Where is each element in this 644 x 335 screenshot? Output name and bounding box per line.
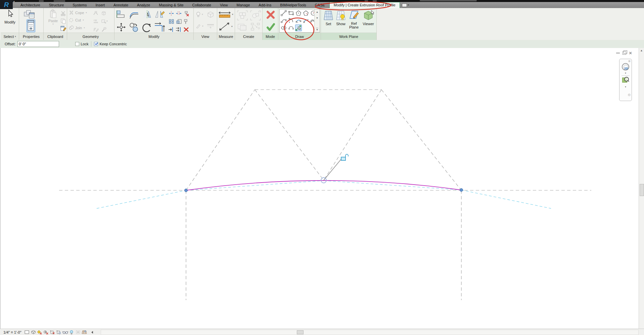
vertical-scrollbar[interactable]: ▲ [639,48,644,329]
mirror-pick-axis-button[interactable] [142,10,152,19]
match-type-properties-button[interactable] [60,26,67,33]
offset-input[interactable] [17,41,59,47]
lock-checkbox[interactable] [75,42,79,46]
horizontal-scrollbar[interactable] [101,330,639,335]
center-ends-arc-tool[interactable] [288,17,294,24]
trim-extend-corner-button[interactable] [154,22,165,33]
temporary-hide-isolate-button[interactable] [62,330,68,335]
scale-button-ribbon[interactable] [176,19,182,25]
measure-along-element-button[interactable]: ▾ [218,21,233,32]
create-similar-button[interactable] [250,10,261,21]
rectangle-tool[interactable] [288,10,294,16]
shadows-button[interactable] [43,330,49,335]
tab-analyze[interactable]: Analyze [133,3,154,7]
partial-ellipse-tool[interactable] [288,25,294,31]
view-minimize-button[interactable] [616,53,620,53]
gallery-scroll-up-icon[interactable]: ▲ [316,10,318,14]
split-with-gap-button[interactable] [176,11,182,17]
spline-control-point-right[interactable] [460,189,463,192]
offset-button[interactable] [129,10,140,19]
tab-systems[interactable]: Systems [68,3,91,7]
circumscribed-polygon-tool[interactable] [303,10,309,16]
measure-between-refs-button[interactable]: ▾ [218,10,233,18]
tab-massing-site[interactable]: Massing & Site [154,3,188,7]
sun-path-button[interactable] [37,330,43,335]
trim-extend-multiple-button[interactable] [175,27,182,33]
trim-extend-single-button[interactable] [168,27,174,33]
inscribed-polygon-tool[interactable] [295,10,302,16]
fillet-arc-tool[interactable] [303,17,309,24]
pick-lines-tool[interactable] [295,25,302,31]
tab-view[interactable]: View [216,3,232,7]
copy-button[interactable] [129,22,139,33]
tab-modify-create-extrusion-roof-profile[interactable]: Modify | Create Extrusion Roof Profile [329,2,400,8]
tab-structure[interactable]: Structure [45,3,68,7]
align-button[interactable] [116,10,126,19]
visual-style-button[interactable] [31,330,36,335]
tab-bimhelpertools[interactable]: BIMHelperTools [276,3,311,7]
view-close-button[interactable]: × [629,51,632,55]
show-work-plane-button[interactable]: Show [335,10,347,26]
scale-button[interactable]: 1/4" = 1'-0" [3,330,21,334]
tab-case[interactable]: CASE [311,3,329,7]
unpin-button[interactable] [183,11,189,17]
array-button[interactable] [169,19,174,25]
move-button[interactable] [116,22,126,33]
cut-to-clipboard-button[interactable] [60,11,66,17]
wall-joins-button[interactable] [93,11,98,16]
type-properties-button[interactable] [24,9,35,19]
view-lightbulb-button[interactable]: ▾ [196,11,203,17]
gallery-scroll-down-icon[interactable]: ▼ [316,16,318,20]
navbar-collapse-icon[interactable]: ⊖ [628,93,631,97]
temporary-view-properties-button[interactable] [75,330,81,335]
detail-level-button[interactable] [24,330,30,335]
properties-palette-button[interactable] [27,19,35,32]
join-geometry-button[interactable]: Join ▾ [69,26,85,30]
tab-annotate[interactable]: Annotate [109,3,133,7]
view-3d-button[interactable] [206,11,215,19]
cope-button[interactable]: Cope ▾ [69,10,87,15]
tab-collaborate[interactable]: Collaborate [188,3,216,7]
beam-column-joins-button[interactable] [101,11,106,16]
ref-plane-button[interactable]: Ref Plane [348,10,360,29]
finish-edit-mode-button[interactable] [266,23,275,32]
load-as-group-button[interactable] [237,22,248,32]
crop-view-button[interactable] [50,330,55,335]
paste-button[interactable]: Paste ▾ [46,9,60,26]
gallery-expand-icon[interactable]: ▼ [316,28,318,32]
set-work-plane-button[interactable]: Set [323,10,334,26]
pin-button[interactable] [183,19,188,25]
split-element-button[interactable] [169,11,174,17]
copy-to-clipboard-button[interactable] [60,18,66,25]
sketch-spline[interactable] [186,181,461,190]
mirror-draw-axis-button[interactable] [155,10,165,19]
application-menu-button[interactable]: R [0,0,13,9]
cancel-edit-mode-button[interactable] [266,10,275,20]
tab-add-ins[interactable]: Add-Ins [254,3,276,7]
reveal-hidden-elements-button[interactable] [69,330,75,335]
demolish-button[interactable] [101,27,106,33]
zoom-caret-icon[interactable]: ▾ [625,86,626,88]
view-restore-button[interactable] [623,51,626,55]
wall-sweep-button[interactable]: +W [93,19,99,24]
select-panel-label[interactable]: Select ▾ [1,33,19,40]
scroll-up-arrow-icon[interactable]: ▲ [639,48,644,53]
keep-concentric-checkbox[interactable] [94,42,98,46]
keep-concentric-option[interactable]: Keep Concentric [94,42,127,46]
rotate-button[interactable] [141,22,152,34]
modify-button[interactable]: Modify [3,9,17,24]
delete-button[interactable] [183,27,189,33]
line-tool[interactable] [280,10,287,16]
vertical-scroll-thumb[interactable] [640,184,644,196]
spline-control-point-left[interactable] [185,189,188,192]
tab-manage[interactable]: Manage [232,3,255,7]
ellipse-tool[interactable] [280,25,287,31]
tab-insert[interactable]: Insert [91,3,109,7]
cut-geometry-button[interactable]: Cut ▾ [69,18,84,22]
wheel-caret-icon[interactable]: ▾ [625,72,626,75]
view-brush-button[interactable]: ▾ [196,23,203,29]
horizontal-scroll-thumb[interactable] [297,330,304,334]
ribbon-state-toggle[interactable]: ▾ [402,3,409,7]
start-end-radius-arc-tool[interactable] [280,17,287,24]
link-geometry-button[interactable]: ▾ [101,19,108,23]
